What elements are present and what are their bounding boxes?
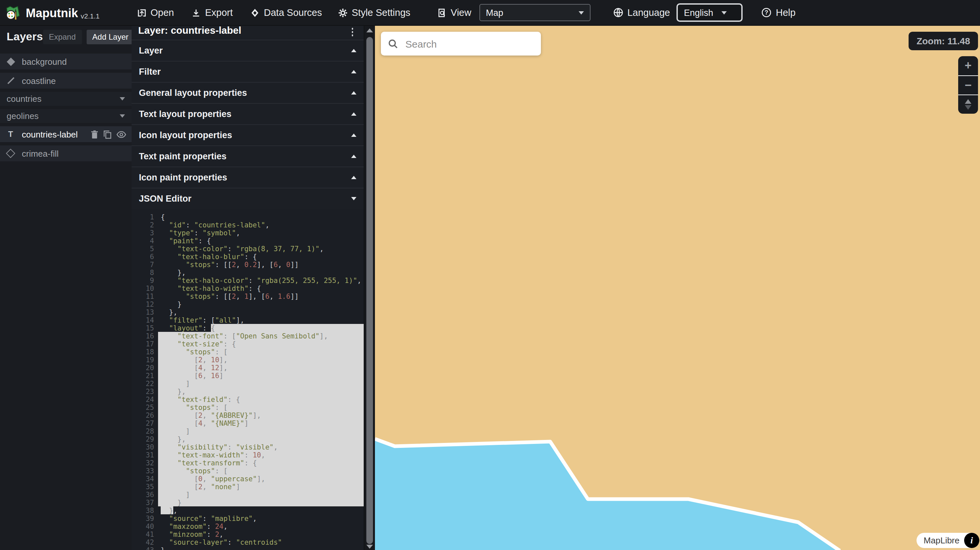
line-number: 38 <box>132 506 158 514</box>
add-layer-button[interactable]: Add Layer <box>86 30 134 44</box>
code-line: 6 "text-halo-blur": { <box>132 253 364 261</box>
section-layer[interactable]: Layer <box>132 40 364 61</box>
section-icon-layout[interactable]: Icon layout properties <box>132 124 364 145</box>
layer-item-crimea-fill[interactable]: crimea-fill <box>0 145 132 161</box>
delete-layer-icon[interactable] <box>91 130 99 138</box>
fill-layer-icon <box>5 150 16 157</box>
layer-menu-kebab-icon[interactable] <box>347 27 357 37</box>
code-line: 9 "text-halo-color": "rgba(255, 255, 255… <box>132 276 364 284</box>
json-editor[interactable]: 1{2 "id": "countries-label",3 "type": "s… <box>132 209 364 550</box>
expand-button[interactable]: Expand <box>43 30 82 44</box>
map-canvas[interactable]: Zoom: 11.48 + − MapLibre i <box>375 25 980 550</box>
layers-panel: Layers Expand Add Layer background coast… <box>0 25 132 550</box>
language-select[interactable]: English <box>676 3 743 22</box>
line-number: 8 <box>132 269 158 276</box>
pitch-toggle-button[interactable] <box>958 95 978 114</box>
collapse-up-icon <box>351 134 356 137</box>
code-line: 28 ] <box>132 427 364 435</box>
scroll-up-icon[interactable] <box>366 29 373 32</box>
layer-editor-panel: Layer: countries-label Layer Filter Gene… <box>132 25 364 550</box>
view-select[interactable]: Map <box>479 4 590 21</box>
code-line: 34 [0, "uppercase"], <box>132 475 364 483</box>
help-button[interactable]: ? Help <box>761 7 795 18</box>
zoom-in-button[interactable]: + <box>958 56 978 75</box>
scrollbar-thumb[interactable] <box>366 37 372 544</box>
brand: Maputnik v2.1.1 <box>5 4 100 21</box>
info-button[interactable]: i <box>964 533 979 548</box>
code-line: 23 }, <box>132 387 364 395</box>
symbol-layer-icon: T <box>5 130 16 138</box>
code-line: 31 "text-max-width": 10, <box>132 451 364 459</box>
line-number: 27 <box>132 419 158 427</box>
code-text: "maxzoom": 24, <box>158 522 364 530</box>
code-line: 39 "source": "maplibre", <box>132 514 364 522</box>
code-line: 38 }, <box>132 506 364 514</box>
export-button[interactable]: Export <box>191 7 233 18</box>
section-json-editor[interactable]: JSON Editor <box>132 188 364 209</box>
open-button[interactable]: Open <box>137 7 174 18</box>
collapse-up-icon <box>351 155 356 158</box>
layer-item-countries-label[interactable]: T countries-label <box>0 126 132 142</box>
chevron-down-icon <box>120 114 125 118</box>
section-label: JSON Editor <box>139 194 191 203</box>
code-text: }, <box>158 435 364 443</box>
layer-group-geolines[interactable]: geolines <box>0 109 132 123</box>
scroll-down-icon[interactable] <box>366 545 373 549</box>
section-text-paint[interactable]: Text paint properties <box>132 145 364 167</box>
code-line: 8 }, <box>132 269 364 276</box>
search-input[interactable] <box>404 37 532 50</box>
code-text: } <box>158 546 364 550</box>
collapse-up-icon <box>351 49 356 52</box>
code-line: 36 ] <box>132 491 364 498</box>
code-text: "text-halo-blur": { <box>158 253 364 261</box>
code-line: 13 }, <box>132 308 364 316</box>
line-number: 33 <box>132 467 158 475</box>
line-number: 7 <box>132 261 158 269</box>
chevron-down-icon <box>120 97 125 100</box>
search-icon <box>388 39 398 49</box>
line-number: 1 <box>132 213 158 221</box>
code-text: } <box>158 300 364 308</box>
line-number: 40 <box>132 522 158 530</box>
help-label: Help <box>776 7 795 18</box>
code-line: 7 "stops": [[2, 0.2], [6, 0]] <box>132 261 364 269</box>
visibility-icon[interactable] <box>116 130 126 138</box>
section-icon-paint[interactable]: Icon paint properties <box>132 167 364 188</box>
code-line: 42 "source-layer": "centroids" <box>132 538 364 546</box>
code-text: "stops": [ <box>158 467 364 475</box>
line-number: 13 <box>132 308 158 316</box>
line-number: 24 <box>132 395 158 403</box>
layer-item-background[interactable]: background <box>0 54 132 69</box>
duplicate-layer-icon[interactable] <box>103 130 112 138</box>
maputnik-app: Maputnik v2.1.1 Open Export <box>0 0 980 550</box>
section-text-layout[interactable]: Text layout properties <box>132 103 364 124</box>
zoom-controls: + − <box>958 56 978 114</box>
code-text: [2, 10], <box>158 356 364 364</box>
pitch-arrows-icon <box>965 99 971 110</box>
section-filter[interactable]: Filter <box>132 61 364 82</box>
language-label: Language <box>627 7 670 18</box>
map-geometry <box>375 25 980 550</box>
style-settings-button[interactable]: Style Settings <box>338 7 410 18</box>
code-line: 22 ] <box>132 380 364 387</box>
line-number: 28 <box>132 427 158 435</box>
code-text: "source-layer": "centroids" <box>158 538 364 546</box>
layer-editor-header: Layer: countries-label <box>132 25 364 40</box>
zoom-out-button[interactable]: − <box>958 75 978 95</box>
layer-actions <box>91 130 126 138</box>
code-line: 15 "layout": { <box>132 324 364 332</box>
line-number: 41 <box>132 530 158 538</box>
line-number: 12 <box>132 300 158 308</box>
layer-label: background <box>22 57 67 67</box>
layer-item-coastline[interactable]: coastline <box>0 73 132 89</box>
map-search <box>381 32 541 56</box>
code-line: 1{ <box>132 213 364 221</box>
section-general-layout[interactable]: General layout properties <box>132 82 364 103</box>
layer-group-countries[interactable]: countries <box>0 92 132 106</box>
panel-scrollbar[interactable] <box>364 25 375 550</box>
data-sources-button[interactable]: Data Sources <box>250 7 322 18</box>
code-text: }, <box>158 387 364 395</box>
line-number: 31 <box>132 451 158 459</box>
section-label: Text paint properties <box>139 151 226 161</box>
line-number: 42 <box>132 538 158 546</box>
